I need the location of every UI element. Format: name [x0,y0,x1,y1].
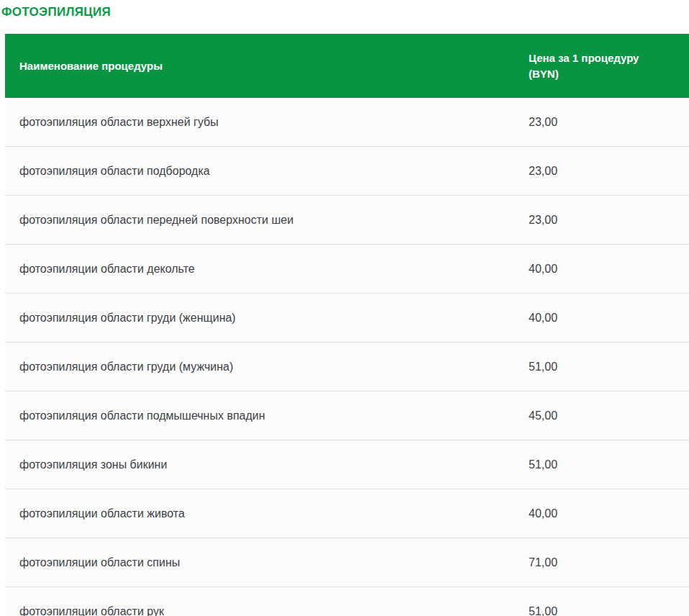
procedure-name: фотоэпиляция области верхней губы [5,115,529,130]
price-table: Наименование процедуры Цена за 1 процеду… [5,34,689,616]
column-header-procedure-name: Наименование процедуры [5,58,529,74]
procedure-price: 51,00 [529,360,689,374]
procedure-price: 40,00 [529,262,689,276]
procedure-price: 23,00 [529,115,689,130]
column-header-price: Цена за 1 процедуру (BYN) [529,50,689,82]
table-row: фотоэпиляция области верхней губы 23,00 [5,98,689,146]
procedure-name: фотоэпиляция области передней поверхност… [5,213,529,227]
procedure-name: фотоэпиляции области рук [5,604,529,616]
procedure-price: 51,00 [529,458,689,472]
page-title: ФОТОЭПИЛЯЦИЯ [1,5,689,19]
table-row: фотоэпиляция области подбородка 23,00 [5,146,689,195]
table-row: фотоэпиляции области спины 71,00 [5,538,689,586]
table-row: фотоэпиляция зоны бикини 51,00 [5,440,689,489]
procedure-name: фотоэпиляция области подмышечных впадин [5,409,529,423]
table-row: фотоэпиляция области подмышечных впадин … [5,391,689,440]
procedure-name: фотоэпиляции области спины [5,556,529,570]
table-body: фотоэпиляция области верхней губы 23,00 … [5,98,689,616]
procedure-price: 23,00 [529,213,689,227]
procedure-name: фотоэпиляция области груди (мужчина) [5,360,529,374]
table-header-row: Наименование процедуры Цена за 1 процеду… [5,34,689,98]
procedure-price: 45,00 [529,409,689,423]
procedure-price: 71,00 [529,556,689,570]
procedure-name: фотоэпиляция области подбородка [5,164,529,178]
table-row: фотоэпиляции области декольте 40,00 [5,244,689,293]
column-header-price-label: Цена за 1 процедуру (BYN) [529,50,654,82]
procedure-price: 51,00 [529,604,689,616]
procedure-name: фотоэпиляции области живота [5,507,529,521]
procedure-price: 40,00 [529,311,689,325]
procedure-name: фотоэпиляции области декольте [5,262,529,276]
procedure-price: 40,00 [529,507,689,521]
table-row: фотоэпиляция области груди (мужчина) 51,… [5,342,689,391]
procedure-name: фотоэпиляция области груди (женщина) [5,311,529,325]
table-row: фотоэпиляция области груди (женщина) 40,… [5,293,689,342]
procedure-name: фотоэпиляция зоны бикини [5,458,529,472]
procedure-price: 23,00 [529,164,689,178]
table-row: фотоэпиляция области передней поверхност… [5,195,689,244]
table-row: фотоэпиляции области рук 51,00 [5,586,689,616]
table-row: фотоэпиляции области живота 40,00 [5,489,689,538]
